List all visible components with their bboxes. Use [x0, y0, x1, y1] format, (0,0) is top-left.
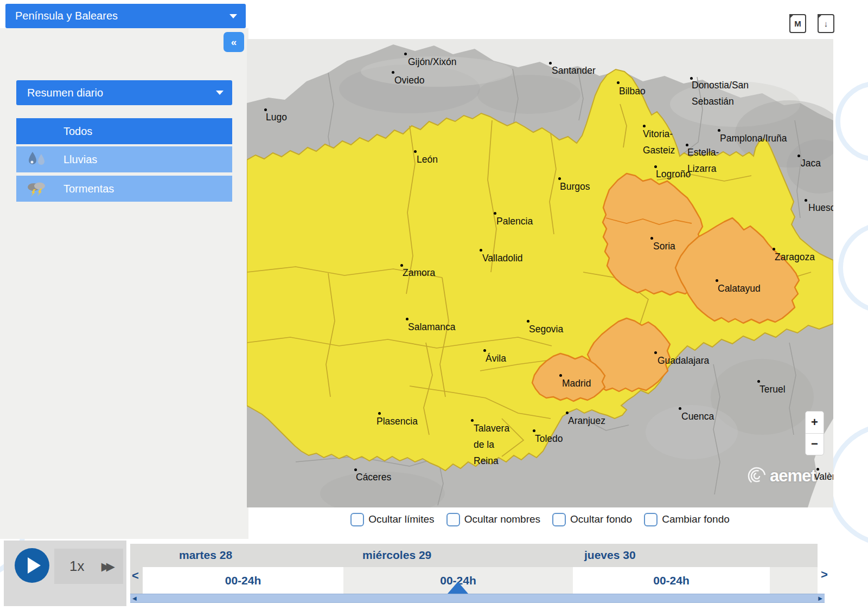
speed-value[interactable]: 1x	[69, 558, 101, 575]
sidebar-collapse-button[interactable]: «	[224, 32, 244, 52]
city-label: Gijón/Xixón	[408, 54, 457, 70]
city-label: Huesca	[808, 200, 833, 216]
city-dot	[404, 53, 407, 55]
region-selector-label: Península y Baleares	[5, 10, 229, 22]
checkbox[interactable]	[552, 513, 566, 526]
city-label: Zamora	[403, 265, 435, 281]
speed-control: 1x ▶▶	[54, 549, 123, 584]
filter-tormentas[interactable]: Tormentas	[16, 176, 232, 202]
city-label: Guadalajara	[658, 352, 709, 369]
city-label: Calatayud	[718, 280, 761, 297]
city-label: Bilbao	[619, 83, 646, 99]
day-label-miercoles: miércoles 29	[362, 549, 431, 562]
map-options-row: Ocultar límites Ocultar nombres Ocultar …	[247, 507, 833, 531]
city-label: Soria	[653, 238, 675, 254]
city-label: Aranjuez	[568, 413, 605, 429]
filter-label: Lluvias	[63, 153, 97, 166]
zoom-in-button[interactable]: +	[806, 411, 824, 434]
option-ocultar-nombres[interactable]: Ocultar nombres	[446, 513, 540, 526]
background-arc	[827, 423, 868, 546]
city-label: Talaverade laReina	[474, 420, 509, 469]
city-label: Jaca	[801, 155, 821, 171]
scrollbar-left-arrow-icon[interactable]: ◀	[130, 595, 139, 602]
chevron-down-icon	[216, 91, 224, 95]
city-label: Donostia/SanSebastián	[692, 77, 749, 110]
option-label: Ocultar límites	[368, 513, 434, 525]
checkbox[interactable]	[446, 513, 460, 526]
timeline-scrollbar[interactable]: ◀ ▶	[130, 594, 825, 603]
option-label: Ocultar fondo	[570, 513, 632, 525]
zoom-out-button[interactable]: −	[806, 434, 824, 455]
city-label: Madrid	[562, 375, 591, 391]
timeline-prev-button[interactable]: <	[132, 570, 139, 581]
day-label-jueves: jueves 30	[584, 549, 636, 562]
checkbox[interactable]	[644, 513, 658, 526]
player-panel: 1x ▶▶	[4, 541, 126, 606]
city-label: Cuenca	[681, 408, 714, 425]
background-arc	[838, 222, 868, 313]
collapse-glyph: «	[231, 36, 237, 48]
checkbox[interactable]	[350, 513, 364, 526]
option-cambiar-fondo[interactable]: Cambiar fondo	[644, 513, 730, 526]
timeslot-empty	[770, 567, 818, 594]
background-arc	[835, 81, 868, 162]
city-label: Toledo	[535, 430, 563, 447]
city-layer: Gijón/XixónOviedoSantanderBilbaoDonostia…	[247, 39, 833, 507]
filter-label: Todos	[63, 125, 92, 138]
city-label: Teruel	[760, 381, 786, 397]
city-label: Plasencia	[376, 413, 418, 429]
city-label: Ávila	[486, 350, 506, 366]
download-button[interactable]: ↓	[818, 14, 834, 33]
timeline-next-button[interactable]: >	[821, 569, 828, 580]
storm-icon	[26, 181, 50, 197]
city-label: Cáceres	[356, 469, 391, 485]
city-dot	[654, 351, 657, 354]
chevron-down-icon	[229, 14, 237, 18]
timeslot-jueves[interactable]: 00-24h	[573, 567, 770, 594]
rain-icon	[26, 151, 50, 168]
city-label: Palencia	[496, 213, 533, 229]
aemet-watermark-text: aemet	[770, 466, 816, 486]
city-dot	[797, 155, 800, 157]
city-label: Zaragoza	[775, 249, 815, 265]
option-ocultar-limites[interactable]: Ocultar límites	[350, 513, 434, 526]
city-label: Vitoria-Gasteiz	[643, 126, 675, 158]
option-ocultar-fondo[interactable]: Ocultar fondo	[552, 513, 632, 526]
timeline-header-band	[130, 544, 818, 567]
summary-selector-label: Resumen diario	[16, 87, 216, 99]
city-label: Segovia	[529, 321, 563, 337]
city-label: Estella-Lizarra	[687, 144, 719, 177]
city-label: Salamanca	[408, 319, 456, 335]
option-label: Cambiar fondo	[662, 513, 730, 525]
play-icon	[28, 557, 41, 574]
fast-forward-button[interactable]: ▶▶	[101, 560, 111, 573]
city-label: León	[417, 151, 438, 168]
map-zoom-control: + −	[805, 411, 824, 455]
city-label: Pamplona/Iruña	[720, 130, 787, 146]
city-label: Valladolid	[482, 250, 523, 266]
city-label: València	[814, 468, 833, 485]
timeslot-martes[interactable]: 00-24h	[143, 567, 344, 594]
aemet-watermark: aemet	[747, 466, 816, 486]
aemet-swirl-icon	[747, 466, 767, 486]
play-button[interactable]	[15, 548, 49, 583]
city-label: Logroño	[656, 166, 691, 182]
legend-button[interactable]: M	[789, 14, 806, 33]
city-label: Lugo	[266, 109, 287, 125]
legend-glyph: M	[794, 19, 801, 28]
option-label: Ocultar nombres	[464, 513, 540, 525]
city-label: Santander	[552, 62, 596, 79]
filter-todos[interactable]: Todos	[16, 118, 232, 144]
download-arrow-icon: ↓	[824, 19, 828, 28]
selected-time-marker	[448, 582, 468, 594]
aemet-warnings-page: { "region_selector": {"label": "Penínsul…	[0, 0, 868, 611]
city-dot	[805, 199, 807, 202]
scrollbar-right-arrow-icon[interactable]: ▶	[816, 595, 825, 602]
summary-selector[interactable]: Resumen diario	[16, 80, 232, 105]
warning-map[interactable]: Gijón/XixónOviedoSantanderBilbaoDonostia…	[247, 39, 833, 507]
filter-lluvias[interactable]: Lluvias	[16, 146, 232, 172]
city-label: Oviedo	[394, 72, 424, 88]
filter-label: Tormentas	[63, 183, 114, 195]
day-label-martes: martes 28	[179, 549, 232, 562]
region-selector[interactable]: Península y Baleares	[5, 4, 246, 28]
